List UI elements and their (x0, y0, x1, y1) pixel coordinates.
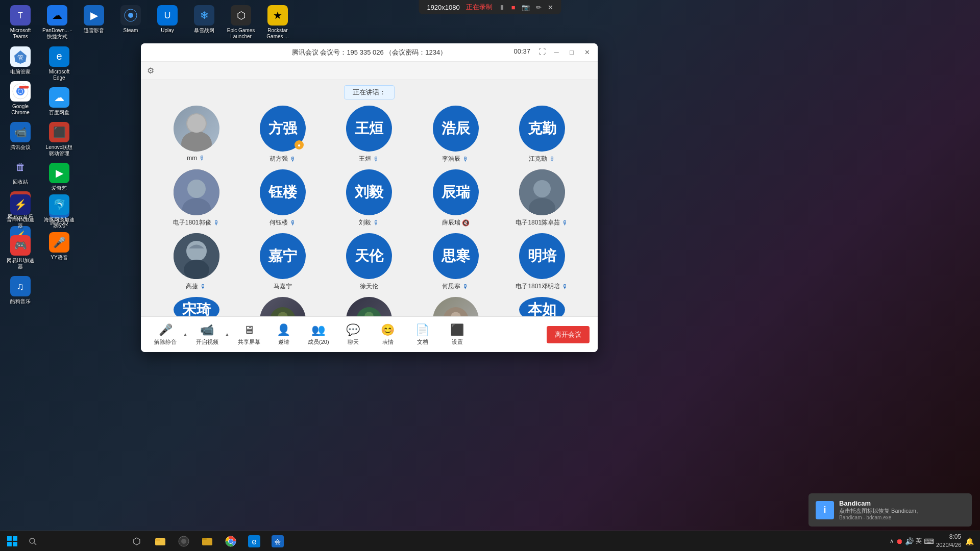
taskbar-chrome-btn[interactable] (219, 531, 242, 552)
svg-rect-34 (7, 542, 12, 546)
desktop-icon-pc-manager[interactable]: 管 电脑管家 (2, 43, 39, 78)
mute-icon: 🎤 (159, 323, 173, 337)
participant-xutianlun-avatar: 天伦 (346, 233, 392, 279)
lsnn-icon: ⚡ (10, 194, 31, 215)
bandicam-icon: i (816, 501, 834, 519)
svg-point-15 (181, 131, 212, 152)
systray-language-btn[interactable]: 英 (916, 537, 922, 545)
members-btn[interactable]: 👥 成员(20) (302, 320, 335, 349)
participant-hedianlou[interactable]: 钰楼 何钰楼 🎙 (242, 169, 323, 227)
participant-hesihan-name: 何思寒 🎙 (442, 282, 469, 291)
settings-gear-icon[interactable]: ⚙ (147, 66, 154, 76)
participant-mm[interactable]: mm 🎙 (156, 106, 236, 163)
participant-bottom3[interactable] (329, 297, 409, 316)
yy-icon: 🎤 (49, 232, 69, 253)
participant-bottom4[interactable] (415, 297, 496, 316)
desktop-icon-uplay[interactable]: U Uplay (149, 2, 186, 43)
invite-btn[interactable]: 👤 邀请 (267, 320, 300, 349)
recording-screenshot[interactable]: 📷 (522, 4, 530, 11)
reaction-btn[interactable]: 😊 表情 (372, 320, 404, 349)
desktop-icon-epic[interactable]: ⬡ Epic Games Launcher (223, 2, 259, 43)
desktop-icon-blizzard[interactable]: ❄ 暴雪战网 (186, 2, 223, 43)
participant-majianing-name: 马嘉宁 (274, 282, 292, 291)
participant-songqi[interactable]: 宋琦 (156, 297, 236, 316)
desktop-icon-google-chrome[interactable]: Google Chrome (2, 78, 39, 119)
screen-share-btn[interactable]: 🖥 共享屏幕 (233, 320, 265, 349)
desktop-icon-recycle-bin[interactable]: 🗑 回收站 (2, 154, 39, 188)
video-group: 📹 开启视频 ▲ (191, 320, 231, 349)
taskbar-explorer-btn[interactable] (149, 531, 172, 552)
desktop-icon-diy[interactable]: ▶ 爱奇艺 (41, 160, 78, 194)
taskbar-folder-btn[interactable] (196, 531, 218, 552)
desktop-icon-lenovo[interactable]: ⬛ Lenovo联想 驱动管理 (41, 119, 78, 160)
leave-meeting-btn[interactable]: 离开会议 (547, 326, 590, 343)
desktop-icon-rockstar[interactable]: ★ Rockstar Games ... (259, 2, 296, 43)
desktop-icon-lsnnacc[interactable]: ⚡ 雷神NN加速器 (2, 191, 39, 232)
taskbar-taskview-btn[interactable]: ⬡ (127, 531, 147, 552)
participant-xutianlun[interactable]: 天伦 徐天伦 (329, 233, 409, 291)
participant-hufangqiang[interactable]: 方强 ● 胡方强 🎙 (242, 106, 323, 163)
mic-icon: 🎙 (213, 219, 220, 227)
participant-liuyi[interactable]: 刘毅 刘毅 🎙 (329, 169, 409, 227)
systray-speaker-icon[interactable]: 🔊 (905, 537, 914, 545)
participant-hesihan[interactable]: 思寒 何思寒 🎙 (415, 233, 496, 291)
bandicam-notification[interactable]: i Bandicam 点击托盘图标以恢复 Bandicam。 Bandicam … (808, 493, 972, 527)
desktop-icon-wyyuu[interactable]: 🎮 网易UU加速器 (2, 232, 39, 273)
minimize-btn[interactable]: ─ (550, 47, 563, 58)
desktop-icon-haihu[interactable]: 🐬 海豚网游加速器5.0 (41, 191, 78, 232)
participant-benru[interactable]: 本如 (502, 297, 582, 316)
diy-label: 爱奇艺 (52, 185, 67, 191)
systray-expand-btn[interactable]: ∧ (890, 538, 894, 544)
video-btn[interactable]: 📹 开启视频 (191, 320, 224, 349)
participant-dengmingpei[interactable]: 明培 电子1801邓明培 🎙 (502, 233, 582, 291)
fullscreen-btn[interactable]: ⛶ (536, 47, 548, 58)
speaking-label: 正在讲话： (344, 85, 395, 99)
ms-teams-icon: T (10, 5, 31, 26)
systray-keyboard-icon[interactable]: ⌨ (924, 537, 934, 545)
mute-btn[interactable]: 🎤 解除静音 (149, 320, 182, 349)
taskbar-start-btn[interactable] (0, 531, 24, 552)
baidupan-label: 百度网盘 (49, 110, 69, 116)
participant-jiangkeqin[interactable]: 克勤 江克勤 🎙 (502, 106, 582, 163)
participant-majianing[interactable]: 嘉宁 马嘉宁 (242, 233, 323, 291)
desktop-icon-kougou[interactable]: ♫ 酷狗音乐 (2, 273, 39, 308)
participant-guojun[interactable]: 电子1801郭俊 🎙 (156, 169, 236, 227)
participant-chenzhuoru[interactable]: 电子1801陈卓茹 🎙 (502, 169, 582, 227)
settings-btn[interactable]: ⬛ 设置 (441, 320, 474, 349)
members-icon: 👥 (311, 323, 325, 337)
speaking-dot: ● (295, 140, 304, 149)
chat-btn[interactable]: 💬 聊天 (337, 320, 370, 349)
video-icon: 📹 (200, 323, 214, 337)
taskbar-meeting-btn[interactable]: 会 (266, 531, 289, 552)
svg-point-11 (18, 89, 22, 93)
desktop-icon-xunlei-video[interactable]: ▶ 迅雷影音 (76, 2, 112, 43)
desktop-icon-pandownload[interactable]: ☁ PanDown... - 快捷方式 (39, 2, 76, 43)
desktop-icon-baidupan[interactable]: ☁ 百度网盘 (41, 84, 78, 119)
recycle-bin-label: 回收站 (13, 179, 28, 185)
taskbar-search[interactable] (24, 531, 127, 552)
taskbar-notification-btn[interactable]: 🔔 (963, 537, 976, 545)
video-arrow[interactable]: ▲ (224, 331, 231, 338)
participant-gaojie[interactable]: 高捷 🎙 (156, 233, 236, 291)
desktop-icon-steam[interactable]: Steam (112, 2, 149, 43)
recording-pause[interactable]: ⏸ (499, 4, 505, 11)
recording-stop[interactable]: ■ (511, 4, 516, 11)
taskbar-edge-btn[interactable]: e (243, 531, 265, 552)
participant-bottom2[interactable] (242, 297, 323, 316)
taskbar-camera-btn[interactable] (173, 531, 195, 552)
close-btn[interactable]: ✕ (580, 47, 594, 58)
recording-edit[interactable]: ✏ (536, 4, 542, 11)
recording-close[interactable]: ✕ (548, 4, 553, 11)
meeting-titlebar: 腾讯会议 会议号：195 335 026 （会议密码：1234） 00:37 ⛶… (141, 43, 598, 62)
maximize-btn[interactable]: □ (565, 47, 578, 58)
desktop-icon-ms-teams[interactable]: T Microsoft Teams (2, 2, 39, 43)
participant-lihaochen[interactable]: 浩辰 李浩辰 🎙 (415, 106, 496, 163)
mute-arrow[interactable]: ▲ (182, 331, 189, 338)
participant-xuechenrui[interactable]: 辰瑞 薛辰瑞 🔇 (415, 169, 496, 227)
desktop-icon-ms-edge[interactable]: e Microsoft Edge (41, 43, 78, 84)
desktop-icon-tencent-meeting[interactable]: 📹 腾讯会议 (2, 119, 39, 154)
bandicam-desc: 点击托盘图标以恢复 Bandicam。 (839, 507, 965, 515)
participant-wanghuan[interactable]: 王烜 王烜 🎙 (329, 106, 409, 163)
desktop-icon-yy[interactable]: 🎤 YY语音 (41, 229, 78, 264)
docs-btn[interactable]: 📄 文档 (406, 320, 439, 349)
